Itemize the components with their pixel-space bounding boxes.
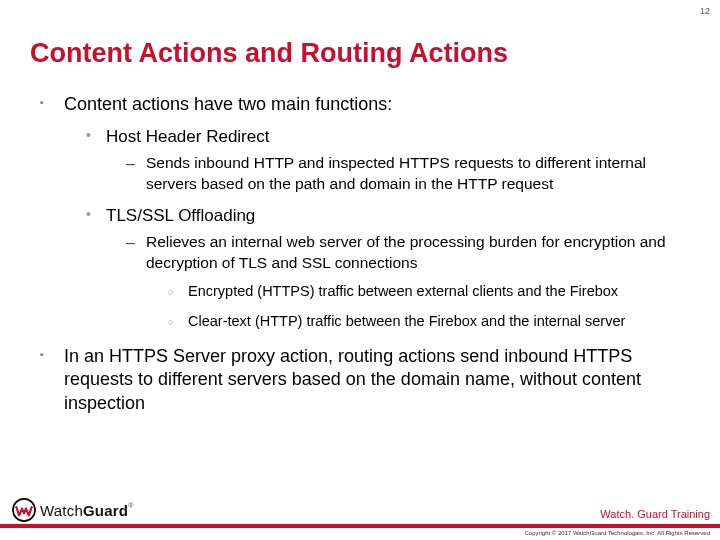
bullet-text: TLS/SSL Offloading xyxy=(106,206,255,225)
watchguard-mark-icon xyxy=(12,498,36,522)
training-label: Watch. Guard Training xyxy=(600,508,710,522)
bullet-lvl1: In an HTTPS Server proxy action, routing… xyxy=(36,345,690,415)
brand-second: Guard xyxy=(83,502,128,519)
slide-title: Content Actions and Routing Actions xyxy=(30,38,690,69)
brand-first: Watch xyxy=(40,502,83,519)
footer-top: WatchGuard® Watch. Guard Training xyxy=(0,498,720,528)
bullet-text: Encrypted (HTTPS) traffic between extern… xyxy=(188,283,618,299)
bullet-text: Sends inbound HTTP and inspected HTTPS r… xyxy=(146,154,646,192)
bullet-lvl4: Encrypted (HTTPS) traffic between extern… xyxy=(166,282,690,302)
bullet-text: Content actions have two main functions: xyxy=(64,94,392,114)
page-number: 12 xyxy=(700,6,710,16)
bullet-text: In an HTTPS Server proxy action, routing… xyxy=(64,346,641,413)
bullet-list: Content actions have two main functions:… xyxy=(36,93,690,415)
bullet-lvl1: Content actions have two main functions:… xyxy=(36,93,690,331)
slide: 12 Content Actions and Routing Actions C… xyxy=(0,0,720,540)
bullet-list-lvl4: Encrypted (HTTPS) traffic between extern… xyxy=(166,282,690,331)
bullet-list-lvl2: Host Header Redirect Sends inbound HTTP … xyxy=(82,126,690,331)
bullet-lvl3: Sends inbound HTTP and inspected HTTPS r… xyxy=(124,153,690,195)
bullet-list-lvl3: Sends inbound HTTP and inspected HTTPS r… xyxy=(124,153,690,195)
bullet-list-lvl3: Relieves an internal web server of the p… xyxy=(124,232,690,331)
bullet-text: Host Header Redirect xyxy=(106,127,269,146)
bullet-text: Clear-text (HTTP) traffic between the Fi… xyxy=(188,313,625,329)
registered-icon: ® xyxy=(128,502,133,509)
bullet-lvl2: TLS/SSL Offloading Relieves an internal … xyxy=(82,205,690,331)
footer: WatchGuard® Watch. Guard Training Copyri… xyxy=(0,498,720,540)
bullet-lvl4: Clear-text (HTTP) traffic between the Fi… xyxy=(166,312,690,332)
bullet-lvl3: Relieves an internal web server of the p… xyxy=(124,232,690,331)
bullet-text: Relieves an internal web server of the p… xyxy=(146,233,666,271)
copyright-text: Copyright © 2017 WatchGuard Technologies… xyxy=(0,528,720,540)
bullet-lvl2: Host Header Redirect Sends inbound HTTP … xyxy=(82,126,690,195)
brand-logo: WatchGuard® xyxy=(12,498,134,522)
brand-wordmark: WatchGuard® xyxy=(40,502,134,519)
